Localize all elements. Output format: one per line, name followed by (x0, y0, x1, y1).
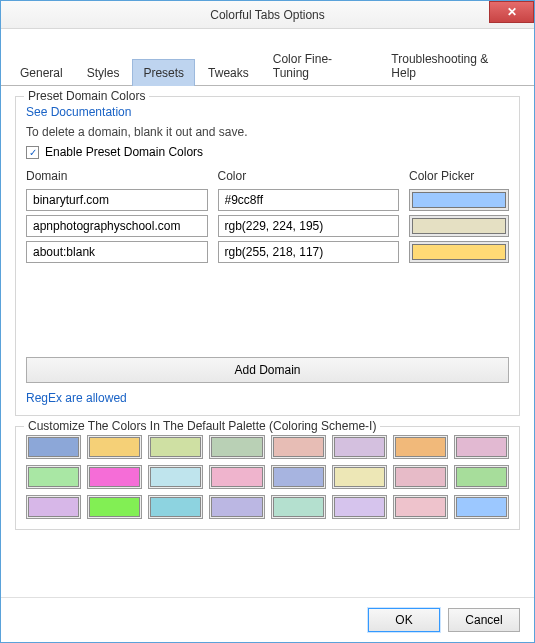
palette-swatch-color (273, 437, 324, 457)
palette-swatch[interactable] (209, 465, 264, 489)
palette-swatch[interactable] (26, 435, 81, 459)
header-picker: Color Picker (409, 169, 509, 183)
table-row (26, 241, 509, 263)
tab-color-fine-tuning[interactable]: Color Fine-Tuning (262, 45, 379, 86)
palette-swatch[interactable] (332, 495, 387, 519)
palette-swatch[interactable] (332, 435, 387, 459)
footer: OK Cancel (1, 597, 534, 642)
close-icon: ✕ (507, 5, 517, 19)
palette-swatch[interactable] (454, 495, 509, 519)
domain-field[interactable] (26, 215, 208, 237)
palette-swatch-color (28, 497, 79, 517)
header-color: Color (218, 169, 400, 183)
color-swatch (412, 244, 506, 260)
regex-allowed-link[interactable]: RegEx are allowed (26, 391, 127, 405)
add-domain-button[interactable]: Add Domain (26, 357, 509, 383)
palette-swatch-color (395, 437, 446, 457)
palette-swatch[interactable] (87, 435, 142, 459)
window-title: Colorful Tabs Options (210, 8, 325, 22)
palette-swatch[interactable] (393, 495, 448, 519)
domain-field[interactable] (26, 189, 208, 211)
palette-swatch[interactable] (271, 465, 326, 489)
table-row (26, 189, 509, 211)
content-area: Preset Domain Colors See Documentation T… (1, 86, 534, 597)
palette-swatch-color (273, 497, 324, 517)
enable-preset-row: ✓ Enable Preset Domain Colors (26, 145, 509, 159)
color-picker-button[interactable] (409, 189, 509, 211)
color-swatch (412, 192, 506, 208)
palette-swatch-color (456, 497, 507, 517)
preset-domain-colors-group: Preset Domain Colors See Documentation T… (15, 96, 520, 416)
palette-swatch-color (456, 467, 507, 487)
palette-swatch[interactable] (148, 435, 203, 459)
enable-preset-checkbox[interactable]: ✓ (26, 146, 39, 159)
palette-swatch-color (89, 467, 140, 487)
color-field[interactable] (218, 241, 400, 263)
palette-swatch[interactable] (87, 465, 142, 489)
palette-swatch-color (456, 437, 507, 457)
palette-swatch-color (334, 437, 385, 457)
palette-swatch-color (150, 467, 201, 487)
tab-bar: General Styles Presets Tweaks Color Fine… (1, 29, 534, 86)
color-picker-button[interactable] (409, 215, 509, 237)
tab-tweaks[interactable]: Tweaks (197, 59, 260, 86)
cancel-button[interactable]: Cancel (448, 608, 520, 632)
palette-swatch[interactable] (393, 435, 448, 459)
table-row (26, 215, 509, 237)
see-documentation-link[interactable]: See Documentation (26, 105, 509, 119)
palette-swatch[interactable] (87, 495, 142, 519)
palette-swatch-color (273, 467, 324, 487)
palette-swatch[interactable] (271, 495, 326, 519)
delete-instructions: To delete a domain, blank it out and sav… (26, 125, 509, 139)
domain-field[interactable] (26, 241, 208, 263)
tab-general[interactable]: General (9, 59, 74, 86)
color-picker-button[interactable] (409, 241, 509, 263)
palette-swatch-color (150, 497, 201, 517)
palette-swatch[interactable] (209, 495, 264, 519)
palette-swatch[interactable] (332, 465, 387, 489)
palette-swatch[interactable] (26, 465, 81, 489)
palette-swatch-color (150, 437, 201, 457)
palette-swatch-color (211, 497, 262, 517)
color-field[interactable] (218, 189, 400, 211)
palette-swatch-color (28, 437, 79, 457)
color-field[interactable] (218, 215, 400, 237)
palette-title: Customize The Colors In The Default Pale… (24, 419, 380, 433)
palette-swatch[interactable] (148, 465, 203, 489)
close-button[interactable]: ✕ (489, 1, 534, 23)
palette-swatch[interactable] (454, 435, 509, 459)
tab-presets[interactable]: Presets (132, 59, 195, 86)
palette-swatch-color (395, 467, 446, 487)
palette-swatch-color (334, 467, 385, 487)
palette-swatch[interactable] (209, 435, 264, 459)
tab-troubleshooting-help[interactable]: Troubleshooting & Help (380, 45, 526, 86)
palette-swatch-color (28, 467, 79, 487)
options-window: Colorful Tabs Options ✕ General Styles P… (0, 0, 535, 643)
color-swatch (412, 218, 506, 234)
tab-styles[interactable]: Styles (76, 59, 131, 86)
palette-grid (26, 435, 509, 519)
palette-swatch[interactable] (271, 435, 326, 459)
palette-swatch[interactable] (148, 495, 203, 519)
palette-swatch[interactable] (26, 495, 81, 519)
header-row: Domain Color Color Picker (26, 169, 509, 185)
palette-swatch-color (211, 467, 262, 487)
palette-swatch-color (89, 437, 140, 457)
palette-swatch[interactable] (454, 465, 509, 489)
palette-group: Customize The Colors In The Default Pale… (15, 426, 520, 530)
enable-preset-label: Enable Preset Domain Colors (45, 145, 203, 159)
palette-swatch-color (395, 497, 446, 517)
titlebar: Colorful Tabs Options ✕ (1, 1, 534, 29)
group-title: Preset Domain Colors (24, 89, 149, 103)
header-domain: Domain (26, 169, 208, 183)
ok-button[interactable]: OK (368, 608, 440, 632)
palette-swatch-color (211, 437, 262, 457)
palette-swatch-color (334, 497, 385, 517)
palette-swatch-color (89, 497, 140, 517)
palette-swatch[interactable] (393, 465, 448, 489)
